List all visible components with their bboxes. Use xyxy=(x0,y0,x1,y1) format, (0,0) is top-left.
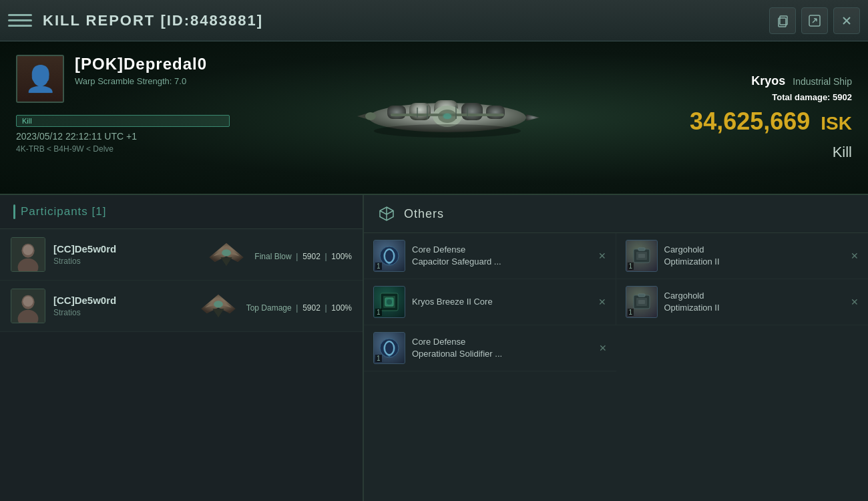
svg-point-23 xyxy=(222,249,231,256)
participant-name-1: [CC]De5w0rd xyxy=(53,243,122,255)
total-damage-label: Total damage: xyxy=(772,92,830,102)
svg-point-11 xyxy=(365,112,376,120)
participant-entry[interactable]: [CC]De5w0rd Stratios xyxy=(0,229,363,281)
item-entry-2: 1 Kryos Breeze II Core ✕ xyxy=(364,279,616,325)
svg-rect-4 xyxy=(387,106,406,119)
item-name-0: Core DefenseCapacitor Safeguard ... xyxy=(412,244,592,268)
svg-point-27 xyxy=(23,297,33,307)
svg-rect-33 xyxy=(638,254,645,258)
svg-rect-7 xyxy=(461,103,483,120)
participant-info-1: [CC]De5w0rd Stratios xyxy=(53,243,122,266)
stat-pct-2: 100% xyxy=(331,303,352,313)
svg-point-18 xyxy=(374,124,521,138)
item-name-2: Kryos Breeze II Core xyxy=(412,296,592,308)
title-buttons xyxy=(769,7,860,34)
stat-role-2: Top Damage xyxy=(246,303,292,313)
item-name-4: Core DefenseOperational Solidifier ... xyxy=(412,336,592,360)
ship-type-line: Kryos Industrial Ship xyxy=(751,74,852,88)
others-panel: Others 1 Core DefenseCapacitor Safeguard… xyxy=(364,195,868,501)
item-icon-3: 1 xyxy=(626,286,658,318)
svg-rect-42 xyxy=(638,294,645,297)
others-header: Others xyxy=(364,195,868,233)
ship-area xyxy=(230,55,665,180)
item-qty-2: 1 xyxy=(375,309,382,316)
stat-dmg-1: 5902 xyxy=(302,252,320,261)
item-icon-1: 1 xyxy=(626,240,658,272)
item-qty-1: 1 xyxy=(628,263,634,270)
item-qty-0: 1 xyxy=(375,263,382,270)
stat-dmg-2: 5902 xyxy=(302,303,320,313)
header-section: [POK]Depredal0 Warp Scramble Strength: 7… xyxy=(0,41,868,195)
kill-badge: Kill xyxy=(16,115,230,127)
item-name-1: CargoholdOptimization II xyxy=(664,244,845,268)
title-bar: KILL REPORT [ID:8483881] xyxy=(0,0,868,41)
others-title: Others xyxy=(404,207,444,221)
participants-title: Participants [1] xyxy=(21,205,106,218)
participant-ship-2: Stratios xyxy=(53,308,118,317)
ship-name: Kryos xyxy=(751,74,785,88)
total-damage: Total damage: 5902 xyxy=(772,92,852,102)
panel-accent xyxy=(13,204,15,219)
menu-button[interactable] xyxy=(8,9,32,33)
pilot-row: [POK]Depredal0 Warp Scramble Strength: 7… xyxy=(16,55,230,103)
header-right: Kryos Industrial Ship Total damage: 5902… xyxy=(665,55,852,180)
main-content: Participants [1] [CC]De5w0rd Stratios xyxy=(0,195,868,501)
item-qty-3: 1 xyxy=(628,309,634,316)
copy-button[interactable] xyxy=(769,7,796,34)
close-button[interactable] xyxy=(833,7,860,34)
stat-pct-1: 100% xyxy=(331,252,352,261)
participants-header: Participants [1] xyxy=(0,195,363,229)
svg-rect-41 xyxy=(638,300,645,304)
total-damage-value: 5902 xyxy=(833,92,852,102)
participants-panel: Participants [1] [CC]De5w0rd Stratios xyxy=(0,195,364,501)
pilot-warp-stat: Warp Scramble Strength: 7.0 xyxy=(75,76,230,86)
item-icon-2: 1 xyxy=(373,286,405,318)
export-button[interactable] xyxy=(801,7,828,34)
kill-location: 4K-TRB < B4H-9W < Delve xyxy=(16,144,230,154)
others-grid: 1 Core DefenseCapacitor Safeguard ... ✕ … xyxy=(364,233,868,371)
window-title: KILL REPORT [ID:8483881] xyxy=(43,12,769,29)
item-entry-1: 1 CargoholdOptimization II ✕ xyxy=(616,233,869,279)
svg-point-13 xyxy=(443,114,451,119)
item-close-4[interactable]: ✕ xyxy=(599,343,607,353)
item-icon-4: 1 xyxy=(373,332,405,364)
item-name-3: CargoholdOptimization II xyxy=(664,290,845,314)
svg-rect-8 xyxy=(486,106,505,119)
svg-point-22 xyxy=(23,245,33,255)
participant-ship-1: Stratios xyxy=(53,257,122,266)
item-close-0[interactable]: ✕ xyxy=(598,251,606,261)
header-left: [POK]Depredal0 Warp Scramble Strength: 7… xyxy=(16,55,230,180)
isk-label: ISK xyxy=(821,113,852,134)
participant-stats-1: Final Blow | 5902 | 100% xyxy=(254,252,352,261)
stat-role-1: Final Blow xyxy=(254,252,291,261)
svg-point-28 xyxy=(214,301,223,307)
cube-icon xyxy=(377,204,396,223)
item-icon-0: 1 xyxy=(373,240,405,272)
item-entry-4: 1 Core DefenseOperational Solidifier ...… xyxy=(364,325,616,371)
svg-point-38 xyxy=(387,299,392,305)
participant-ship-img-1 xyxy=(206,240,246,270)
participant-name-2: [CC]De5w0rd xyxy=(53,295,118,306)
item-close-1[interactable]: ✕ xyxy=(851,251,859,261)
ship-image xyxy=(351,71,544,164)
pilot-name: [POK]Depredal0 xyxy=(75,55,230,73)
pilot-info: [POK]Depredal0 Warp Scramble Strength: 7… xyxy=(75,55,230,86)
participant-entry-2[interactable]: [CC]De5w0rd Stratios xyxy=(0,281,363,332)
item-close-3[interactable]: ✕ xyxy=(851,297,859,307)
svg-rect-34 xyxy=(638,248,645,251)
isk-number: 34,625,669 xyxy=(690,108,810,135)
participant-avatar-2 xyxy=(11,289,45,323)
kill-type: Kill xyxy=(833,144,852,161)
participant-avatar-1 xyxy=(11,237,45,272)
item-qty-4: 1 xyxy=(375,355,382,362)
item-entry-0: 1 Core DefenseCapacitor Safeguard ... ✕ xyxy=(364,233,616,279)
kill-time: 2023/05/12 22:12:11 UTC +1 xyxy=(16,131,230,142)
avatar xyxy=(16,55,64,103)
isk-value: 34,625,669 ISK xyxy=(690,108,852,136)
item-entry-3: 1 CargoholdOptimization II ✕ xyxy=(616,279,869,325)
participant-ship-img-2 xyxy=(198,291,238,321)
participant-info-2: [CC]De5w0rd Stratios xyxy=(53,295,118,317)
item-close-2[interactable]: ✕ xyxy=(598,297,606,307)
participant-stats-2: Top Damage | 5902 | 100% xyxy=(246,303,352,313)
ship-class: Industrial Ship xyxy=(793,76,852,87)
